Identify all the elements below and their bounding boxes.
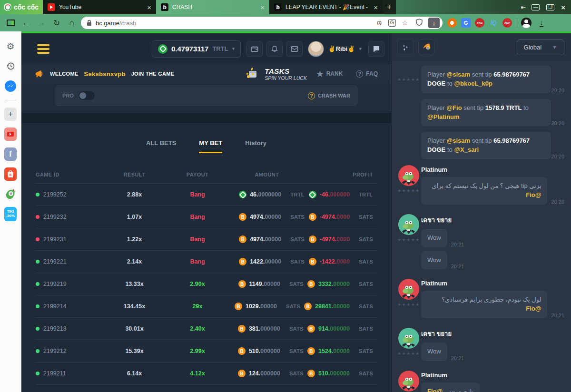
tab-close-button[interactable]: ×: [260, 3, 265, 11]
tab-close-button[interactable]: ×: [374, 3, 378, 11]
user-left-col: ★★★★★: [396, 371, 421, 392]
chat-bubble: لول یک نبودم، چطوری برایم فرستادی؟ @Fio: [421, 291, 547, 318]
home-button[interactable]: ⌂: [66, 17, 78, 29]
user-menu[interactable]: ✌Ribi✌ ▾: [308, 41, 362, 57]
amount-cell: 46.0000000TRTL: [233, 191, 308, 198]
tab-all-bets[interactable]: ALL BETS: [146, 139, 176, 147]
sidebar-item-settings[interactable]: ⚙: [4, 40, 17, 52]
sidebar-item-coccoc-search[interactable]: [4, 188, 17, 200]
mention[interactable]: @Fio: [526, 191, 541, 198]
amount-cell: B381.000000SATS: [233, 325, 307, 333]
quick-access-icon[interactable]: ⇤: [521, 4, 525, 11]
close-window-button[interactable]: ×: [561, 3, 565, 11]
rank-link[interactable]: ★ RANK: [316, 69, 343, 78]
table-row[interactable]: 21992212.14xBangB1422.00000SATSB-1422.00…: [36, 251, 377, 273]
table-row[interactable]: 219921215.39x2.99xB510.000000SATSB1524.0…: [36, 340, 377, 363]
chat-bubble: بزنی tip هیچی ؟ من لول یک نیستم که برای …: [421, 177, 547, 205]
welcome-label: WELCOME: [50, 71, 79, 77]
sidebar-item-add-shortcut[interactable]: +: [4, 108, 17, 120]
mention[interactable]: @X_sari: [454, 146, 479, 153]
sidebar-item-tiki[interactable]: TIKI-50%: [4, 208, 17, 220]
sidebar-toggle-icon[interactable]: [5, 17, 17, 29]
restore-button[interactable]: ❒: [546, 4, 554, 10]
tab-my-bet[interactable]: MY BET: [199, 139, 222, 147]
shield-icon[interactable]: [414, 19, 424, 27]
sidebar-item-shopee[interactable]: S: [4, 168, 17, 180]
table-row[interactable]: 21992116.14x4.12xB124.000000SATSB510.000…: [36, 363, 377, 385]
profit-cell: B1524.00000SATS: [307, 347, 377, 355]
zoom-page-icon[interactable]: ⊕: [374, 19, 384, 27]
mention[interactable]: @sisam: [446, 137, 470, 144]
forward-button[interactable]: →: [35, 17, 48, 29]
tab-history[interactable]: History: [245, 139, 266, 147]
minimize-button[interactable]: —: [532, 4, 540, 10]
translate-page-icon[interactable]: G: [388, 19, 396, 27]
amount-value: 4974.00000: [250, 214, 281, 220]
vip-stars-icon: ★★★★★: [397, 351, 420, 356]
table-row[interactable]: 21992311.22xBangB4974.00000SATSB-4974.00…: [36, 228, 377, 251]
status-dot-red: [36, 237, 39, 241]
download-page-button[interactable]: ↓: [428, 18, 440, 28]
tab-close-button[interactable]: ×: [147, 3, 151, 11]
faq-link[interactable]: ? FAQ: [356, 70, 378, 78]
chat-channel-selector[interactable]: Global ▼: [517, 39, 564, 55]
tip-rain-button[interactable]: [397, 39, 413, 55]
chat-header: B Global ▼: [392, 33, 571, 61]
crash-war-link[interactable]: ? CRASH WAR: [308, 92, 350, 99]
message-time: 20:20: [551, 120, 564, 126]
sidebar-item-history[interactable]: [4, 60, 17, 72]
table-row[interactable]: 21992522.88xBang46.0000000TRTL-46.000000…: [36, 184, 377, 206]
downloads-icon[interactable]: ↓: [535, 17, 548, 29]
browser-tab[interactable]: YouTube×: [43, 0, 156, 14]
question-mark-icon: ?: [356, 70, 363, 78]
mention[interactable]: @Platinum: [427, 113, 460, 120]
coin-drop-fire-button[interactable]: B: [418, 39, 434, 55]
bcgame-icon: b: [161, 3, 168, 11]
mention[interactable]: @sisam: [446, 71, 470, 78]
sats-coin-icon: B: [239, 258, 246, 265]
message-time: 20:20: [551, 88, 564, 93]
address-bar[interactable]: bc.game/crash ⊕ G ☆ ↓: [81, 17, 443, 29]
wallet-button[interactable]: [246, 41, 263, 57]
chat-toggle-button[interactable]: [368, 41, 384, 57]
coccoc-browser-logo[interactable]: cốc cốc: [0, 0, 43, 14]
sidebar-item-youtube[interactable]: [4, 128, 17, 140]
pro-toggle[interactable]: [79, 91, 95, 100]
message-time: 20:20: [551, 154, 564, 159]
mention[interactable]: @Fio: [526, 305, 541, 312]
back-button[interactable]: ←: [20, 17, 32, 29]
browser-tab[interactable]: bLEAP YEAR EVENT - 🎉Event - ×: [269, 0, 383, 14]
sidebar-item-facebook[interactable]: f: [4, 148, 17, 160]
bookmark-star-icon[interactable]: ☆: [400, 19, 410, 27]
notifications-bell-button[interactable]: [266, 41, 283, 57]
menu-hamburger-icon[interactable]: [37, 44, 49, 54]
browser-tab[interactable]: bCRASH×: [156, 0, 269, 14]
coccoc-extension-icon[interactable]: [447, 18, 457, 28]
sidebar-item-messenger[interactable]: [4, 80, 17, 92]
mention[interactable]: @bkoeL_k0p: [454, 80, 492, 87]
google-translate-extension-icon[interactable]: G: [461, 18, 471, 28]
reload-button[interactable]: ↻: [50, 17, 63, 29]
iq-extension-icon[interactable]: IQ: [489, 18, 498, 28]
amount-unit: SATS: [290, 214, 308, 220]
table-row[interactable]: 219921330.01x2.40xB381.000000SATSB914.00…: [36, 318, 377, 340]
balance-selector[interactable]: 0.47973117 TRTL ▾: [152, 40, 241, 58]
tasks-banner[interactable]: TASKS SPIN YOUR LUCK: [246, 67, 307, 81]
tiki-discount: -50%: [6, 214, 15, 218]
mention[interactable]: @Fio: [446, 104, 462, 111]
new-tab-button[interactable]: +: [383, 0, 396, 14]
crash-game-bottom: PRO ? CRASH WAR: [21, 83, 391, 113]
game-id: 2199231: [43, 236, 67, 243]
abp-extension-icon[interactable]: ABP: [502, 18, 512, 28]
profile-avatar-icon[interactable]: [520, 17, 532, 29]
yab-extension-icon[interactable]: YAB: [475, 18, 484, 28]
mail-button[interactable]: [286, 41, 303, 57]
status-dot-green: [36, 372, 39, 375]
table-row[interactable]: 2199214134.45x29xB1029.00000SATSB29841.0…: [36, 295, 377, 318]
table-row[interactable]: 21992321.07xBangB4974.00000SATSB-4974.00…: [36, 206, 377, 228]
table-row[interactable]: 219921913.33x2.90xB1149.00000SATSB3332.0…: [36, 273, 377, 295]
gear-icon: ⚙: [6, 41, 14, 52]
mention[interactable]: @Fio: [427, 388, 443, 392]
bcgame-icon: b: [274, 3, 282, 11]
chat-message-list[interactable]: ★★★★★Player @sisam sent tip 65.98769767 …: [392, 61, 571, 392]
